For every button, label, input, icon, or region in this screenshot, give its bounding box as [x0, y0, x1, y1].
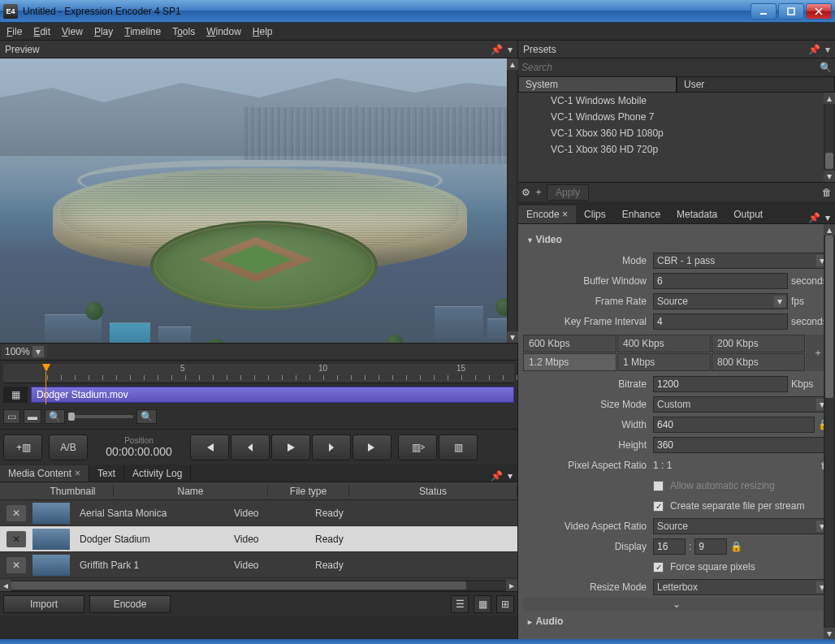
preset-scrollbar[interactable]: ▴ ▾	[824, 93, 835, 182]
gear-icon[interactable]: ⚙	[521, 187, 530, 198]
play-button[interactable]	[271, 434, 310, 460]
zoom-slider[interactable]	[68, 415, 133, 418]
height-input[interactable]	[653, 437, 830, 453]
remove-row-button[interactable]: ✕	[6, 531, 26, 547]
zoom-in-icon[interactable]: 🔍	[136, 409, 157, 424]
minimize-button[interactable]	[751, 3, 777, 19]
search-icon[interactable]: 🔍	[820, 62, 832, 73]
cut-clip-button[interactable]: ▥✂	[398, 434, 437, 460]
preview-viewport[interactable]: ▴ ▾	[0, 58, 518, 343]
collapse-section-button[interactable]: ⌄	[523, 598, 830, 611]
var-select[interactable]: Source▾	[653, 518, 830, 534]
timeline-view-2[interactable]: ▬	[24, 409, 41, 424]
menu-edit[interactable]: Edit	[33, 26, 50, 37]
tab-output[interactable]: Output	[725, 205, 771, 223]
bitrate-cell[interactable]: 400 Kbps	[617, 335, 711, 352]
lock-icon[interactable]: 🔒	[730, 541, 742, 552]
go-start-button[interactable]	[190, 434, 229, 460]
settings-scrollbar[interactable]: ▴ ▾	[824, 224, 835, 639]
menu-file[interactable]: File	[6, 26, 22, 37]
tab-enhance[interactable]: Enhance	[614, 205, 668, 223]
maximize-button[interactable]	[778, 3, 804, 19]
col-filetype[interactable]: File type	[268, 486, 349, 497]
preset-item[interactable]: VC-1 Windows Phone 7	[518, 109, 835, 125]
import-button[interactable]: Import	[3, 595, 84, 613]
playhead-icon[interactable]	[42, 364, 50, 372]
go-end-button[interactable]	[353, 434, 392, 460]
grid-view-icon[interactable]: ▦	[474, 595, 491, 613]
dropdown-icon[interactable]: ▾	[825, 44, 830, 55]
preset-item[interactable]: VC-1 Xbox 360 HD 1080p	[518, 125, 835, 141]
pin-icon[interactable]: 📌	[808, 44, 820, 55]
col-name[interactable]: Name	[114, 486, 268, 497]
menu-window[interactable]: Window	[206, 26, 241, 37]
close-icon[interactable]: ×	[562, 209, 568, 220]
expand-icon[interactable]: ⊞	[496, 595, 514, 613]
bitrate-cell[interactable]: 600 Kbps	[523, 335, 617, 352]
create-separate-checkbox[interactable]: ✓	[653, 501, 664, 512]
bitrate-cell[interactable]: 1.2 Mbps	[523, 353, 617, 371]
remove-row-button[interactable]: ✕	[6, 557, 26, 573]
display-h-input[interactable]	[694, 538, 727, 555]
buffer-input[interactable]	[653, 273, 788, 289]
keyframe-input[interactable]	[653, 313, 788, 330]
bitrate-cell[interactable]: 1 Mbps	[617, 353, 711, 371]
close-icon[interactable]: ×	[75, 468, 80, 479]
preview-scrollbar[interactable]: ▴ ▾	[507, 58, 518, 343]
tab-media-content[interactable]: Media Content×	[0, 465, 89, 482]
clip-bar[interactable]: Dodger Stadium.mov	[31, 387, 514, 403]
menu-play[interactable]: Play	[94, 26, 113, 37]
menu-tools[interactable]: Tools	[172, 26, 195, 37]
clip-settings-button[interactable]: ▥	[439, 434, 478, 460]
delete-preset-icon[interactable]: 🗑	[822, 187, 832, 198]
audio-section-header[interactable]: Audio	[523, 611, 830, 632]
timeline-view-1[interactable]: ▭	[3, 409, 20, 424]
sizemode-select[interactable]: Custom▾	[653, 396, 830, 413]
zoom-select[interactable]: 100% ▾	[2, 344, 47, 359]
mode-select[interactable]: CBR - 1 pass▾	[653, 253, 830, 269]
pin-icon[interactable]: 📌	[491, 44, 503, 55]
menu-help[interactable]: Help	[253, 26, 273, 37]
remove-row-button[interactable]: ✕	[6, 505, 26, 521]
display-w-input[interactable]	[653, 538, 686, 555]
bitrate-input[interactable]	[653, 376, 788, 392]
tab-metadata[interactable]: Metadata	[668, 205, 725, 223]
add-marker-button[interactable]: +▥	[3, 434, 42, 460]
dropdown-icon[interactable]: ▾	[508, 44, 513, 55]
close-button[interactable]	[806, 3, 832, 19]
step-forward-button[interactable]	[312, 434, 351, 460]
col-status[interactable]: Status	[349, 486, 517, 497]
video-section-header[interactable]: Video	[523, 229, 830, 250]
dropdown-icon[interactable]: ▾	[508, 470, 513, 482]
preset-search-input[interactable]	[521, 62, 820, 73]
step-back-button[interactable]	[231, 434, 270, 460]
chevron-down-icon[interactable]: ▾	[32, 346, 44, 357]
tab-activity-log[interactable]: Activity Log	[124, 465, 191, 482]
table-row[interactable]: ✕Dodger StadiumVideoReady	[0, 526, 517, 552]
preset-tab-user[interactable]: User	[677, 76, 835, 93]
table-row[interactable]: ✕Griffith Park 1VideoReady	[0, 552, 517, 578]
tab-text[interactable]: Text	[89, 465, 124, 482]
menu-timeline[interactable]: Timeline	[124, 26, 161, 37]
ab-compare-button[interactable]: A/B	[49, 434, 88, 460]
timeline-ruler[interactable]: 5 10 15	[3, 364, 514, 383]
allow-resize-checkbox[interactable]	[653, 481, 664, 491]
media-scrollbar[interactable]: ◂▸	[0, 580, 517, 591]
add-preset-icon[interactable]: ＋	[534, 185, 543, 199]
zoom-out-icon[interactable]: 🔍	[45, 409, 65, 424]
preset-item[interactable]: VC-1 Windows Mobile	[518, 93, 835, 109]
list-view-icon[interactable]: ☰	[451, 595, 469, 613]
menu-view[interactable]: View	[62, 26, 83, 37]
framerate-select[interactable]: Source▾	[653, 293, 788, 309]
pin-icon[interactable]: 📌	[491, 470, 503, 482]
apply-preset-button[interactable]: Apply	[547, 184, 589, 201]
force-square-checkbox[interactable]: ✓	[653, 562, 664, 573]
bitrate-cell[interactable]: 800 Kbps	[712, 353, 805, 371]
pin-icon[interactable]: 📌	[808, 212, 820, 223]
resizemode-select[interactable]: Letterbox▾	[653, 579, 830, 595]
tab-encode[interactable]: Encode ×	[518, 205, 576, 223]
tab-clips[interactable]: Clips	[576, 205, 614, 223]
table-row[interactable]: ✕Aerial Santa MonicaVideoReady	[0, 500, 517, 526]
bitrate-cell[interactable]: 200 Kbps	[712, 335, 805, 352]
dropdown-icon[interactable]: ▾	[825, 212, 830, 223]
